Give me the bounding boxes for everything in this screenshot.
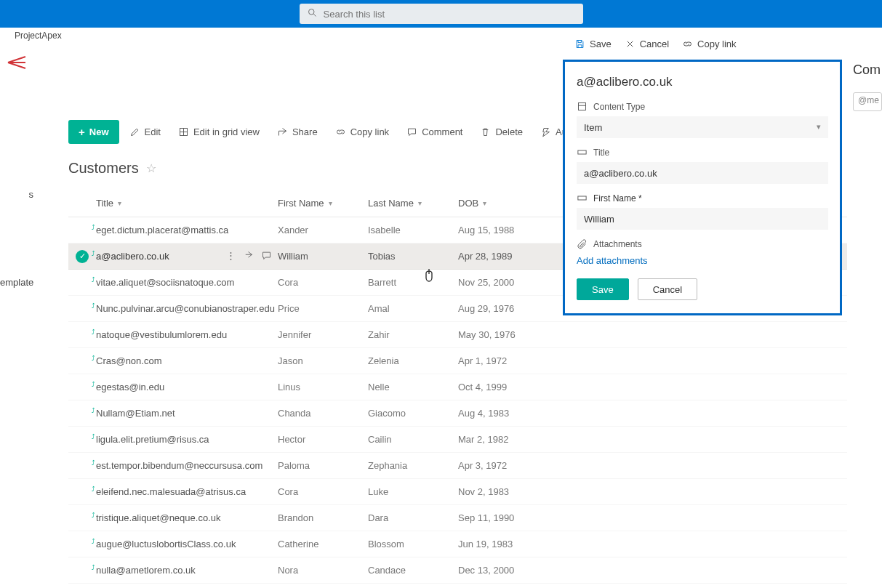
cell-last-name: Zephania bbox=[368, 460, 458, 471]
cell-dob: Apr 3, 1972 bbox=[458, 460, 545, 471]
save-icon bbox=[574, 39, 585, 49]
cell-first-name: Hector bbox=[278, 434, 368, 445]
table-row[interactable]: ⤴eleifend.nec.malesuada@atrisus.caCoraLu… bbox=[68, 479, 847, 505]
table-row[interactable]: ⤴natoque@vestibulumlorem.eduJenniferZahi… bbox=[68, 322, 847, 348]
comments-panel: Com @me bbox=[853, 63, 882, 111]
cell-title[interactable]: ⤴eget.dictum.placerat@mattis.ca bbox=[96, 225, 278, 235]
grid-view-button[interactable]: Edit in grid view bbox=[171, 122, 267, 142]
cell-title[interactable]: ⤴egestas@in.edu bbox=[96, 382, 278, 392]
content-type-select[interactable]: ▾ bbox=[577, 116, 828, 138]
table-row[interactable]: ⤴est.tempor.bibendum@neccursusa.comPalom… bbox=[68, 453, 847, 479]
table-row[interactable]: ⤴ligula.elit.pretium@risus.caHectorCaili… bbox=[68, 427, 847, 453]
attachment-icon bbox=[577, 238, 588, 249]
save-button[interactable]: Save bbox=[577, 278, 629, 300]
title-input[interactable] bbox=[577, 162, 828, 184]
new-button[interactable]: + New bbox=[68, 120, 119, 144]
cell-dob: Aug 4, 1983 bbox=[458, 408, 545, 419]
panel-save-button[interactable]: Save bbox=[574, 39, 612, 49]
link-icon bbox=[335, 126, 346, 137]
delete-button[interactable]: Delete bbox=[473, 122, 530, 142]
cell-title[interactable]: ⤴Cras@non.com bbox=[96, 355, 278, 366]
share-label: Share bbox=[292, 126, 318, 137]
list-title: Customers bbox=[68, 160, 139, 177]
cell-last-name: Dara bbox=[368, 512, 458, 523]
cell-title[interactable]: ⤴eleifend.nec.malesuada@atrisus.ca bbox=[96, 486, 278, 497]
chevron-down-icon: ▾ bbox=[817, 122, 821, 132]
sync-icon: ⤴ bbox=[92, 538, 95, 545]
first-name-input[interactable] bbox=[577, 208, 828, 230]
cell-dob: May 30, 1976 bbox=[458, 329, 545, 340]
sync-icon: ⤴ bbox=[92, 224, 95, 231]
nav-item[interactable]: emplate bbox=[0, 271, 33, 294]
cell-title[interactable]: ⤴Nullam@Etiam.net bbox=[96, 408, 278, 419]
table-row[interactable]: ⤴Nullam@Etiam.netChandaGiacomoAug 4, 198… bbox=[68, 400, 847, 427]
row-comment-icon[interactable] bbox=[261, 250, 272, 263]
sync-icon: ⤴ bbox=[92, 329, 95, 336]
share-button[interactable]: Share bbox=[270, 122, 325, 142]
cell-title[interactable]: ⤴ligula.elit.pretium@risus.ca bbox=[96, 434, 278, 445]
table-row[interactable]: ⤴Cras@non.comJasonZeleniaApr 1, 1972 bbox=[68, 348, 847, 374]
checkmark-icon[interactable]: ✓ bbox=[76, 250, 89, 263]
cell-title[interactable]: ⤴a@aclibero.co.uk⋮ bbox=[96, 251, 278, 262]
copy-link-label: Copy link bbox=[350, 126, 389, 137]
sync-icon: ⤴ bbox=[92, 512, 95, 519]
svg-line-1 bbox=[313, 14, 316, 16]
search-box[interactable] bbox=[300, 4, 583, 24]
cell-last-name: Tobias bbox=[368, 251, 458, 262]
sync-icon: ⤴ bbox=[92, 433, 95, 440]
text-field-icon bbox=[577, 193, 588, 204]
nav-item[interactable]: s bbox=[0, 183, 33, 206]
cancel-button[interactable]: Cancel bbox=[638, 278, 697, 300]
row-share-icon[interactable] bbox=[243, 250, 254, 263]
cell-dob: Nov 25, 2000 bbox=[458, 277, 545, 288]
nav-item[interactable]: it bbox=[0, 584, 33, 588]
favorite-icon[interactable]: ☆ bbox=[146, 161, 156, 175]
cell-title[interactable]: ⤴Nunc.pulvinar.arcu@conubianostraper.edu bbox=[96, 303, 278, 314]
cell-first-name: Jason bbox=[278, 355, 368, 366]
cell-title[interactable]: ⤴nulla@ametlorem.co.uk bbox=[96, 565, 278, 576]
field-content-type: Content Type ▾ bbox=[577, 101, 828, 138]
text-field-icon bbox=[577, 147, 588, 158]
table-row[interactable]: ⤴nulla@ametlorem.co.ukNoraCandaceDec 13,… bbox=[68, 557, 847, 584]
panel-cancel-button[interactable]: Cancel bbox=[625, 39, 669, 49]
table-row[interactable]: ⤴tristique.aliquet@neque.co.ukBrandonDar… bbox=[68, 505, 847, 531]
search-input[interactable] bbox=[324, 9, 576, 20]
site-logo[interactable] bbox=[4, 49, 30, 76]
cell-title[interactable]: ⤴augue@luctuslobortisClass.co.uk bbox=[96, 539, 278, 549]
cell-title[interactable]: ⤴natoque@vestibulumlorem.edu bbox=[96, 329, 278, 340]
field-first-name: First Name * bbox=[577, 193, 828, 230]
field-attachments: Attachments Add attachments bbox=[577, 238, 828, 267]
column-last-name[interactable]: Last Name▾ bbox=[368, 198, 458, 209]
table-row[interactable]: ⤴augue@luctuslobortisClass.co.ukCatherin… bbox=[68, 531, 847, 557]
table-row[interactable]: ⤴egestas@in.eduLinusNelleOct 4, 1999 bbox=[68, 374, 847, 400]
cell-title[interactable]: ⤴est.tempor.bibendum@neccursusa.com bbox=[96, 460, 278, 471]
cell-dob: Mar 2, 1982 bbox=[458, 434, 545, 445]
cell-last-name: Zelenia bbox=[368, 355, 458, 366]
left-nav: s emplate it bbox=[0, 44, 33, 588]
comments-title: Com bbox=[853, 63, 882, 78]
comment-input[interactable]: @me bbox=[853, 92, 882, 111]
svg-point-0 bbox=[308, 9, 314, 15]
panel-copy-link-button[interactable]: Copy link bbox=[682, 39, 736, 49]
cell-first-name: Paloma bbox=[278, 460, 368, 471]
add-attachments-link[interactable]: Add attachments bbox=[577, 255, 648, 266]
sync-icon: ⤴ bbox=[92, 302, 95, 310]
cell-first-name: Cora bbox=[278, 277, 368, 288]
copy-link-button[interactable]: Copy link bbox=[328, 122, 396, 142]
new-label: New bbox=[89, 126, 109, 137]
panel-command-bar: Save Cancel Copy link bbox=[558, 31, 882, 57]
suite-bar bbox=[0, 0, 882, 28]
cell-dob: Apr 1, 1972 bbox=[458, 355, 545, 366]
edit-button[interactable]: Edit bbox=[122, 122, 168, 142]
column-dob[interactable]: DOB▾ bbox=[458, 198, 545, 209]
cell-title[interactable]: ⤴vitae.aliquet@sociisnatoque.com bbox=[96, 277, 278, 288]
content-type-value[interactable] bbox=[577, 116, 828, 138]
row-more-icon[interactable]: ⋮ bbox=[226, 250, 236, 263]
cell-title[interactable]: ⤴tristique.aliquet@neque.co.uk bbox=[96, 512, 278, 523]
chevron-down-icon: ▾ bbox=[329, 199, 332, 207]
comment-button[interactable]: Comment bbox=[399, 122, 470, 142]
delete-label: Delete bbox=[495, 126, 523, 137]
link-icon bbox=[682, 39, 693, 49]
column-title[interactable]: Title▾ bbox=[96, 198, 278, 209]
column-first-name[interactable]: First Name▾ bbox=[278, 198, 368, 209]
